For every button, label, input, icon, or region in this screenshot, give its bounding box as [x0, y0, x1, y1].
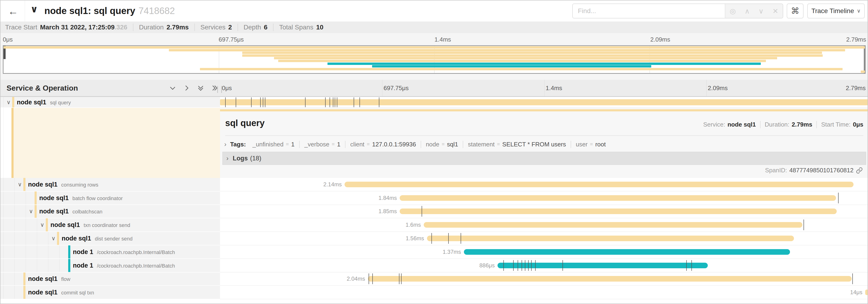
- chevron-down-icon[interactable]: ∨: [18, 181, 22, 188]
- log-marker[interactable]: [804, 219, 804, 230]
- next-result-icon[interactable]: ∨: [758, 7, 764, 15]
- log-marker[interactable]: [431, 233, 432, 244]
- span-bar[interactable]: [427, 236, 794, 241]
- tree-row-sql-query[interactable]: ∨node sql1sql query: [0, 97, 220, 108]
- span-bar[interactable]: [424, 222, 802, 228]
- minimap-span-bar[interactable]: [328, 63, 761, 65]
- trace-view-selector[interactable]: Trace Timeline∨: [807, 3, 865, 19]
- prev-result-icon[interactable]: ∧: [745, 7, 750, 15]
- span-bar-row[interactable]: 1.84ms: [220, 192, 868, 205]
- log-marker[interactable]: [448, 233, 449, 244]
- minimap-span-bar[interactable]: [242, 55, 823, 57]
- span-bar[interactable]: [400, 195, 836, 201]
- log-marker[interactable]: [263, 97, 263, 107]
- minimap-right-scrubber[interactable]: [864, 46, 865, 73]
- expand-one-icon[interactable]: [183, 84, 191, 92]
- log-marker[interactable]: [399, 273, 399, 284]
- log-marker[interactable]: [528, 260, 529, 271]
- minimap-span-bar[interactable]: [200, 68, 842, 70]
- chevron-down-icon[interactable]: ∨: [40, 222, 44, 228]
- logs-toggle-row[interactable]: › Logs (18): [222, 152, 866, 165]
- log-marker[interactable]: [236, 97, 236, 107]
- chevron-down-icon[interactable]: ∨: [52, 235, 56, 242]
- span-bar-row[interactable]: 2.04ms: [220, 272, 868, 286]
- minimap-span-bar[interactable]: [242, 52, 822, 54]
- tree-row--cockroach-roachpb-internal-batch[interactable]: node 1/cockroach.roachpb.Internal/Batch: [0, 259, 220, 272]
- log-marker[interactable]: [265, 97, 265, 107]
- log-marker[interactable]: [379, 97, 379, 107]
- log-marker[interactable]: [852, 273, 853, 284]
- tree-row-batch-flow-coordinator[interactable]: node sql1batch flow coordinator: [0, 192, 220, 205]
- span-bar[interactable]: [498, 263, 708, 268]
- log-marker[interactable]: [522, 260, 522, 271]
- log-marker[interactable]: [691, 260, 692, 271]
- log-marker[interactable]: [337, 97, 337, 107]
- log-marker[interactable]: [518, 260, 518, 271]
- link-icon[interactable]: [856, 167, 863, 174]
- locate-icon[interactable]: ◎: [730, 7, 736, 15]
- log-marker[interactable]: [525, 260, 525, 271]
- log-marker[interactable]: [369, 273, 369, 284]
- tree-row-txn-coordinator-send[interactable]: ∨node sql1txn coordinator send: [0, 218, 220, 232]
- tags-toggle-row[interactable]: › Tags: _unfinished=1_verbose=1client=12…: [222, 139, 610, 150]
- minimap-span-bar[interactable]: [278, 60, 766, 62]
- chevron-down-icon[interactable]: ∨: [6, 99, 11, 105]
- minimap-span-bar[interactable]: [3, 46, 865, 48]
- log-marker[interactable]: [305, 97, 306, 107]
- log-marker[interactable]: [354, 97, 354, 107]
- log-marker[interactable]: [330, 97, 330, 107]
- log-marker[interactable]: [335, 97, 335, 107]
- tree-row-consuming-rows[interactable]: ∨node sql1consuming rows: [0, 178, 220, 192]
- span-bar[interactable]: [368, 276, 851, 281]
- log-marker[interactable]: [325, 97, 326, 107]
- tree-row-dist-sender-send[interactable]: ∨node sql1dist sender send: [0, 232, 220, 245]
- tree-row-flow[interactable]: node sql1flow: [0, 272, 220, 286]
- clear-search-icon[interactable]: ✕: [772, 7, 778, 15]
- selected-span-bar[interactable]: [220, 109, 868, 111]
- minimap-span-bar[interactable]: [372, 65, 651, 67]
- log-marker[interactable]: [503, 260, 504, 271]
- keyboard-shortcuts-button[interactable]: ⌘: [787, 3, 804, 19]
- collapse-all-icon[interactable]: [197, 84, 205, 92]
- span-bar-row[interactable]: 1.85ms: [220, 205, 868, 218]
- span-bar-row[interactable]: [220, 97, 868, 108]
- log-marker[interactable]: [225, 97, 226, 107]
- span-bar-row[interactable]: 2.14ms: [220, 178, 868, 192]
- span-bar-row[interactable]: 1.37ms: [220, 245, 868, 259]
- span-bar[interactable]: [400, 208, 837, 214]
- minimap-span-bar[interactable]: [861, 70, 865, 73]
- log-marker[interactable]: [838, 193, 839, 203]
- span-bar-row[interactable]: 14μs: [220, 286, 868, 299]
- log-marker[interactable]: [401, 273, 402, 284]
- log-marker[interactable]: [372, 273, 373, 284]
- tree-row-commit-sql-txn[interactable]: node sql1commit sql txn: [0, 286, 220, 299]
- log-marker[interactable]: [461, 233, 461, 244]
- log-marker[interactable]: [686, 260, 687, 271]
- find-input[interactable]: [573, 4, 725, 18]
- span-bar-row[interactable]: 1.6ms: [220, 218, 868, 232]
- log-marker[interactable]: [333, 97, 333, 107]
- span-bar[interactable]: [865, 290, 868, 295]
- log-marker[interactable]: [513, 260, 514, 271]
- log-marker[interactable]: [531, 260, 532, 271]
- log-marker[interactable]: [360, 97, 360, 107]
- log-marker[interactable]: [422, 206, 422, 217]
- minimap-span-bar[interactable]: [169, 49, 845, 52]
- minimap-span-bar[interactable]: [274, 57, 777, 59]
- tree-row-colbatchscan[interactable]: ∨node sql1colbatchscan: [0, 205, 220, 218]
- log-marker[interactable]: [260, 97, 261, 107]
- chevron-down-icon[interactable]: ∨: [29, 208, 33, 214]
- tree-row--cockroach-roachpb-internal-batch[interactable]: node 1/cockroach.roachpb.Internal/Batch: [0, 245, 220, 259]
- minimap-canvas[interactable]: [3, 45, 866, 74]
- log-marker[interactable]: [562, 260, 563, 271]
- span-bar-row[interactable]: 1.56ms: [220, 232, 868, 245]
- span-bar-row[interactable]: 886μs: [220, 259, 868, 272]
- trace-collapse-icon[interactable]: ∨: [30, 4, 38, 14]
- span-bar[interactable]: [464, 249, 790, 255]
- column-resize-grip[interactable]: [217, 86, 222, 93]
- back-button[interactable]: ←: [6, 5, 20, 18]
- span-bar[interactable]: [220, 99, 868, 105]
- log-marker[interactable]: [535, 260, 536, 271]
- collapse-one-icon[interactable]: [169, 84, 177, 92]
- span-bar[interactable]: [344, 182, 854, 187]
